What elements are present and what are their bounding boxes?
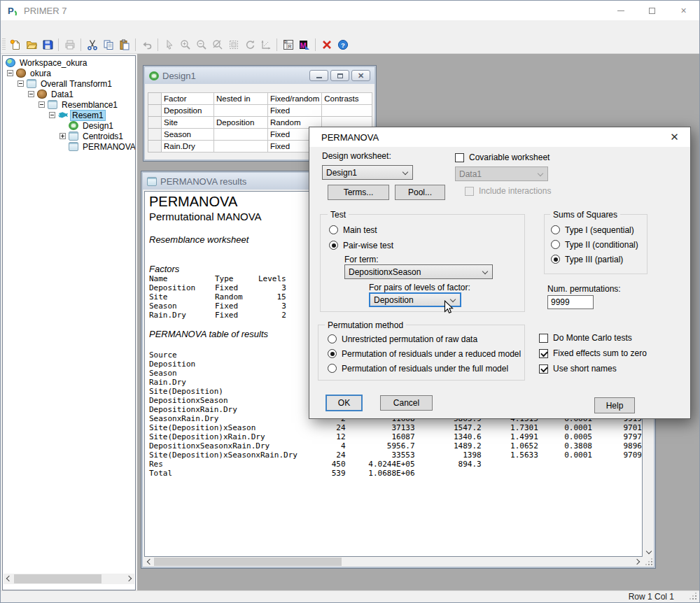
results-hscrollbar[interactable] xyxy=(144,557,643,567)
tree-item[interactable]: Data1 xyxy=(3,89,135,99)
tree-hscrollbar[interactable] xyxy=(4,574,134,584)
delete-icon[interactable] xyxy=(319,38,334,52)
design-cell[interactable]: Deposition xyxy=(162,105,214,117)
design-cell[interactable] xyxy=(214,141,268,152)
results-hscroll-thumb[interactable] xyxy=(154,558,342,566)
design-cell[interactable]: Rain.Dry xyxy=(162,141,214,152)
tree-item[interactable]: Overall Transform1 xyxy=(3,78,135,89)
option-checkbox[interactable]: Do Monte Carlo tests xyxy=(539,330,647,346)
tree-item[interactable]: okura xyxy=(3,68,135,78)
tree-expander-icon[interactable] xyxy=(16,78,27,89)
save-icon[interactable] xyxy=(40,38,55,52)
option-checkbox[interactable]: Fixed effects sum to zero xyxy=(539,346,647,361)
permutation-option-radio[interactable]: Unrestricted permutation of raw data xyxy=(328,332,521,346)
tree-expander-icon[interactable] xyxy=(58,120,69,131)
chevron-down-icon xyxy=(400,166,411,179)
tree-item[interactable]: PERMANOVA xyxy=(3,141,135,152)
tree-expander-icon[interactable] xyxy=(58,141,69,152)
pairwise-test-radio[interactable]: Pair-wise test xyxy=(329,238,393,253)
covariable-checkbox[interactable]: Covariable worksheet xyxy=(455,150,550,165)
scroll-left-arrow[interactable] xyxy=(4,574,13,583)
tree-expander-icon[interactable] xyxy=(48,110,58,120)
help-icon[interactable]: ? xyxy=(335,38,350,52)
close-button[interactable]: × xyxy=(668,1,699,20)
tree-item[interactable]: Resemblance1 xyxy=(3,99,135,110)
menu-item[interactable] xyxy=(92,27,105,29)
sums-option-radio[interactable]: Type I (sequential) xyxy=(551,222,638,237)
window-resize-grip[interactable] xyxy=(689,592,698,601)
results-resize-grip[interactable] xyxy=(645,558,654,567)
permanova-run-icon[interactable]: M xyxy=(297,38,312,52)
design-cell[interactable]: Season xyxy=(162,129,214,141)
tree-item[interactable]: Workspace_okura xyxy=(3,57,135,68)
ok-button[interactable]: OK xyxy=(326,395,363,411)
dialog-close-button[interactable]: ✕ xyxy=(659,127,690,147)
menu-item[interactable] xyxy=(29,27,42,29)
permanova-designer-icon[interactable]: RR xyxy=(281,38,295,52)
design-cell[interactable]: Deposition xyxy=(214,117,268,129)
radio-icon xyxy=(329,225,338,234)
open-icon[interactable] xyxy=(24,38,38,52)
help-button[interactable]: Help xyxy=(594,397,635,413)
tree-item-label: okura xyxy=(29,69,52,78)
minimize-button[interactable] xyxy=(605,1,636,20)
tree-item[interactable]: Design1 xyxy=(3,120,135,131)
pool-button[interactable]: Pool... xyxy=(395,185,445,200)
menu-item[interactable] xyxy=(17,27,29,29)
num-permutations-input[interactable]: 9999 xyxy=(547,295,594,309)
design-cell[interactable]: Fixed xyxy=(268,105,322,117)
tree-expander-icon[interactable] xyxy=(37,99,48,110)
option-checkbox[interactable]: Use short names xyxy=(539,361,647,376)
include-interactions-checkbox: Include interactions xyxy=(465,183,551,199)
toolbar: RRM? xyxy=(1,36,699,54)
tree-hscroll-thumb[interactable] xyxy=(14,574,102,583)
design1-minimize-button[interactable] xyxy=(309,70,328,81)
sheet-icon xyxy=(48,100,57,109)
checkbox-icon xyxy=(465,187,474,196)
sums-options: Type I (sequential) Type II (conditional… xyxy=(551,222,638,267)
tree-item[interactable]: Resem1 xyxy=(3,110,135,120)
scroll-right-arrow[interactable] xyxy=(125,574,134,583)
permanova-result-row: Site(Deposition)xSeason2437133 1547.21.7… xyxy=(149,423,642,432)
svg-text:R: R xyxy=(284,39,287,43)
tree-item[interactable]: Centroids1 xyxy=(3,131,135,141)
toolbar-drag-handle[interactable] xyxy=(2,38,6,51)
sums-option-radio[interactable]: Type II (conditional) xyxy=(551,237,638,252)
copy-icon[interactable] xyxy=(101,38,115,52)
zoom-off-icon xyxy=(210,38,225,52)
paste-icon[interactable] xyxy=(117,38,132,52)
design-cell[interactable] xyxy=(214,129,268,141)
dialog-titlebar[interactable]: PERMANOVA ✕ xyxy=(309,127,690,147)
design1-close-button[interactable]: ✕ xyxy=(351,70,370,81)
tree-expander-icon[interactable] xyxy=(6,68,16,78)
permutation-option-radio[interactable]: Permutation of residuals under the full … xyxy=(328,361,521,376)
cut-icon[interactable] xyxy=(85,38,99,52)
tree-expander-icon[interactable] xyxy=(58,131,69,141)
for-term-combo[interactable]: DepositionxSeason xyxy=(344,264,493,279)
design-worksheet-combo[interactable]: Design1 xyxy=(322,165,413,180)
maximize-button[interactable] xyxy=(636,1,668,20)
menu-item[interactable] xyxy=(105,27,118,29)
terms-button[interactable]: Terms... xyxy=(328,185,389,200)
new-icon[interactable] xyxy=(8,38,22,52)
menu-item[interactable] xyxy=(67,27,80,29)
menu-item[interactable] xyxy=(42,27,55,29)
cancel-button[interactable]: Cancel xyxy=(380,395,433,411)
menu-item[interactable] xyxy=(4,27,17,29)
scroll-left-arrow[interactable] xyxy=(144,557,154,567)
design-cell[interactable]: Site xyxy=(162,117,214,129)
scroll-right-arrow[interactable] xyxy=(633,557,643,567)
tree-expander-icon[interactable] xyxy=(27,89,37,99)
design1-titlebar[interactable]: Design1 ✕ xyxy=(145,67,374,84)
design1-maximize-button[interactable] xyxy=(330,70,349,81)
permutation-option-radio[interactable]: Permutation of residuals under a reduced… xyxy=(328,346,521,361)
scroll-down-arrow[interactable] xyxy=(644,547,654,557)
menu-item[interactable] xyxy=(80,27,92,29)
design-cell[interactable] xyxy=(322,105,372,117)
covariable-worksheet-combo: Data1 xyxy=(455,166,548,181)
sums-option-radio[interactable]: Type III (partial) xyxy=(551,252,638,267)
design-cell[interactable] xyxy=(214,105,268,117)
main-test-radio[interactable]: Main test xyxy=(329,222,377,237)
design-table-row[interactable]: Deposition Fixed xyxy=(148,105,372,117)
menu-item[interactable] xyxy=(55,27,67,29)
